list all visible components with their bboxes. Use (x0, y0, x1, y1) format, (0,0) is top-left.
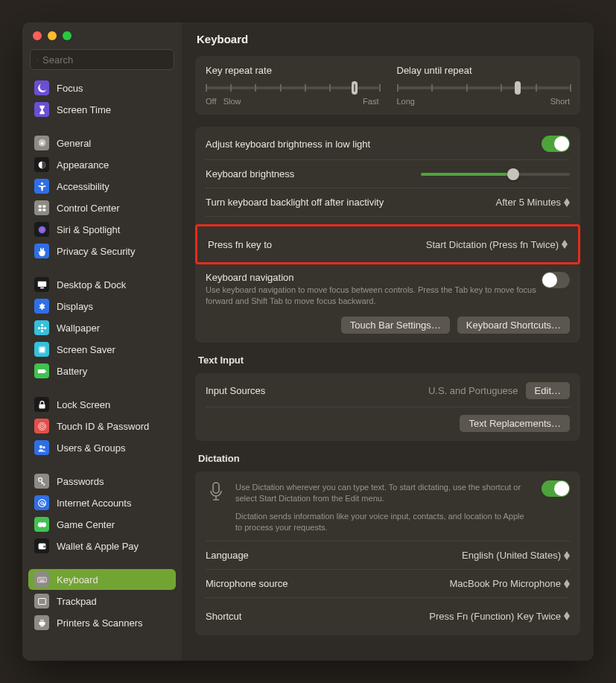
svg-rect-36 (40, 578, 41, 579)
sidebar: FocusScreen TimeGeneralAppearanceAccessi… (22, 22, 182, 661)
touchbar-settings-button[interactable]: Touch Bar Settings… (341, 317, 450, 334)
slider-thumb[interactable] (507, 168, 519, 180)
zoom-icon[interactable] (63, 31, 72, 40)
adjust-brightness-toggle[interactable] (542, 136, 570, 152)
key-repeat-rate-slider[interactable] (206, 86, 379, 89)
siri-icon (34, 222, 49, 237)
sidebar-item-label: Displays (57, 301, 93, 312)
long-label: Long (397, 97, 415, 106)
sidebar-item-siri-spotlight[interactable]: Siri & Spotlight (28, 219, 176, 240)
text-replacements-button[interactable]: Text Replacements… (460, 415, 570, 432)
sidebar-item-printers-scanners[interactable]: Printers & Scanners (28, 612, 176, 633)
slider-thumb[interactable] (515, 81, 521, 95)
keyboard-shortcuts-button[interactable]: Keyboard Shortcuts… (457, 317, 570, 334)
svg-rect-34 (37, 577, 45, 582)
svg-rect-38 (43, 578, 44, 579)
main-panel: Keyboard Key repeat rate Off Slow Fast (182, 22, 594, 661)
sidebar-item-wallet-apple-pay[interactable]: Wallet & Apple Pay (28, 536, 176, 556)
svg-rect-20 (45, 370, 46, 372)
edit-input-sources-button[interactable]: Edit… (526, 382, 570, 399)
dictation-shortcut-value: Press Fn (Function) Key Twice (429, 611, 561, 622)
sidebar-item-desktop-dock[interactable]: Desktop & Dock (28, 274, 176, 295)
delay-until-repeat-group: Delay until repeat Long Short (397, 65, 571, 106)
hand-icon (34, 244, 49, 258)
close-icon[interactable] (33, 31, 42, 40)
sidebar-item-screen-time[interactable]: Screen Time (28, 99, 176, 120)
sidebar-item-label: Screen Time (57, 104, 111, 115)
sidebar-item-displays[interactable]: Displays (28, 296, 176, 317)
sidebar-item-label: Keyboard (57, 574, 98, 585)
sidebar-item-focus[interactable]: Focus (28, 77, 176, 98)
sidebar-item-label: Passwords (57, 476, 104, 487)
lock-icon (34, 397, 49, 412)
sidebar-item-internet-accounts[interactable]: Internet Accounts (28, 492, 176, 513)
search-input[interactable] (42, 54, 168, 66)
svg-rect-39 (39, 580, 45, 581)
keyboard-icon (34, 572, 49, 587)
dictation-language-popup[interactable]: English (United States) (462, 550, 570, 561)
keyboard-nav-label: Keyboard navigation (206, 272, 542, 283)
svg-rect-7 (38, 209, 41, 211)
svg-rect-19 (37, 369, 45, 373)
delay-until-repeat-label: Delay until repeat (397, 65, 571, 76)
svg-rect-8 (42, 209, 45, 211)
hourglass-icon (34, 102, 49, 117)
at-icon (34, 495, 49, 510)
sidebar-item-privacy-security[interactable]: Privacy & Security (28, 241, 176, 261)
svg-point-14 (40, 329, 42, 331)
printer-icon (34, 615, 49, 630)
sidebar-item-game-center[interactable]: Game Center (28, 514, 176, 535)
desktop-icon (34, 277, 49, 292)
dictation-desc-1: Use Dictation wherever you can type text… (235, 482, 533, 505)
delay-until-repeat-slider[interactable] (397, 86, 571, 89)
svg-point-26 (42, 446, 45, 448)
text-input-pane: Input Sources U.S. and Portuguese Edit… … (195, 373, 580, 441)
svg-rect-21 (39, 404, 45, 408)
sidebar-item-label: Wallpaper (57, 323, 100, 334)
dictation-shortcut-popup[interactable]: Press Fn (Function) Key Twice (429, 611, 570, 622)
keyboard-brightness-label: Keyboard brightness (206, 168, 294, 180)
svg-rect-10 (37, 281, 45, 286)
sidebar-item-general[interactable]: General (28, 133, 176, 153)
keyboard-nav-toggle[interactable] (542, 272, 570, 288)
sidebar-item-screen-saver[interactable]: Screen Saver (28, 339, 176, 360)
svg-rect-35 (39, 578, 39, 579)
svg-line-1 (37, 60, 38, 60)
appear-icon (34, 157, 49, 172)
sidebar-item-touch-id-password[interactable]: Touch ID & Password (28, 416, 176, 436)
sidebar-item-lock-screen[interactable]: Lock Screen (28, 394, 176, 415)
sidebar-item-label: Privacy & Security (57, 246, 135, 257)
svg-rect-43 (40, 624, 44, 626)
sidebar-item-users-groups[interactable]: Users & Groups (28, 437, 176, 458)
sidebar-item-keyboard[interactable]: Keyboard (28, 569, 176, 590)
sidebar-item-wallpaper[interactable]: Wallpaper (28, 317, 176, 338)
svg-rect-11 (40, 287, 44, 288)
fn-key-popup[interactable]: Start Dictation (Press fn Twice) (426, 239, 568, 250)
dictation-language-label: Language (206, 550, 249, 561)
short-label: Short (550, 97, 570, 106)
search-field[interactable] (30, 49, 174, 70)
svg-point-25 (39, 445, 42, 448)
microphone-source-popup[interactable]: MacBook Pro Microphone (449, 578, 570, 589)
sidebar-item-control-center[interactable]: Control Center (28, 197, 176, 218)
backlight-off-popup[interactable]: After 5 Minutes (496, 197, 570, 208)
dictation-section-title: Dictation (198, 453, 580, 464)
sidebar-item-label: Users & Groups (57, 442, 125, 454)
dictation-toggle[interactable] (542, 480, 570, 497)
sidebar-item-accessibility[interactable]: Accessibility (28, 176, 176, 197)
dictation-pane: Use Dictation wherever you can type text… (195, 471, 580, 636)
sidebar-item-appearance[interactable]: Appearance (28, 154, 176, 175)
sidebar-item-trackpad[interactable]: Trackpad (28, 591, 176, 611)
svg-rect-5 (38, 205, 41, 207)
backlight-off-label: Turn keyboard backlight off after inacti… (206, 197, 384, 208)
minimize-icon[interactable] (48, 31, 57, 40)
touch-icon (34, 419, 49, 433)
svg-point-31 (41, 522, 46, 527)
keyboard-brightness-slider[interactable] (421, 173, 570, 176)
sidebar-item-label: General (57, 138, 91, 149)
sidebar-item-label: Printers & Scanners (57, 617, 143, 629)
svg-point-0 (36, 59, 37, 60)
svg-rect-41 (39, 621, 45, 624)
sidebar-item-battery[interactable]: Battery (28, 360, 176, 381)
sidebar-item-passwords[interactable]: Passwords (28, 471, 176, 492)
